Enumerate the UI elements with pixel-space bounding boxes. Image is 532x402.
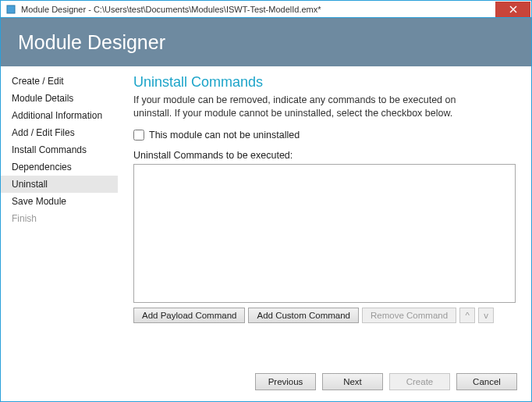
add-custom-command-button[interactable]: Add Custom Command bbox=[248, 308, 359, 323]
page-title: Module Designer bbox=[18, 31, 165, 54]
cancel-button[interactable]: Cancel bbox=[456, 373, 517, 390]
commands-list-label: Uninstall Commands to be executed: bbox=[133, 150, 516, 161]
previous-button[interactable]: Previous bbox=[255, 373, 316, 390]
main-panel: Uninstall Commands If your module can be… bbox=[118, 71, 523, 365]
add-payload-command-button[interactable]: Add Payload Command bbox=[133, 308, 245, 323]
header-band: Module Designer bbox=[1, 18, 531, 66]
close-icon bbox=[509, 5, 517, 13]
sidebar-item-create-edit[interactable]: Create / Edit bbox=[1, 73, 118, 90]
sidebar-item-add-edit-files[interactable]: Add / Edit Files bbox=[1, 124, 118, 141]
sidebar-item-uninstall[interactable]: Uninstall bbox=[1, 176, 118, 193]
window-title: Module Designer - C:\Users\test\Document… bbox=[21, 5, 321, 14]
sidebar-item-additional-information[interactable]: Additional Information bbox=[1, 107, 118, 124]
wizard-footer: Previous Next Create Cancel bbox=[1, 365, 531, 401]
commands-listbox[interactable] bbox=[133, 164, 516, 303]
body: Create / Edit Module Details Additional … bbox=[1, 66, 531, 365]
cannot-uninstall-checkbox[interactable] bbox=[133, 130, 144, 141]
section-title: Uninstall Commands bbox=[133, 74, 516, 91]
svg-rect-0 bbox=[7, 5, 15, 13]
sidebar-item-install-commands[interactable]: Install Commands bbox=[1, 141, 118, 158]
section-description: If your module can be removed, indicate … bbox=[133, 94, 469, 120]
cannot-uninstall-row[interactable]: This module can not be uninstalled bbox=[133, 130, 516, 141]
create-button: Create bbox=[389, 373, 450, 390]
sidebar-item-save-module[interactable]: Save Module bbox=[1, 193, 118, 210]
app-icon bbox=[5, 4, 16, 15]
app-window: Module Designer - C:\Users\test\Document… bbox=[0, 0, 532, 402]
move-down-button: v bbox=[478, 308, 494, 323]
sidebar-item-finish: Finish bbox=[1, 210, 118, 227]
cannot-uninstall-label: This module can not be uninstalled bbox=[149, 130, 300, 141]
wizard-sidebar: Create / Edit Module Details Additional … bbox=[1, 71, 118, 365]
move-up-button: ^ bbox=[459, 308, 475, 323]
sidebar-item-module-details[interactable]: Module Details bbox=[1, 90, 118, 107]
next-button[interactable]: Next bbox=[322, 373, 383, 390]
command-buttons-row: Add Payload Command Add Custom Command R… bbox=[133, 308, 516, 323]
remove-command-button: Remove Command bbox=[362, 308, 456, 323]
titlebar: Module Designer - C:\Users\test\Document… bbox=[1, 1, 531, 18]
close-button[interactable] bbox=[495, 2, 530, 17]
sidebar-item-dependencies[interactable]: Dependencies bbox=[1, 158, 118, 176]
